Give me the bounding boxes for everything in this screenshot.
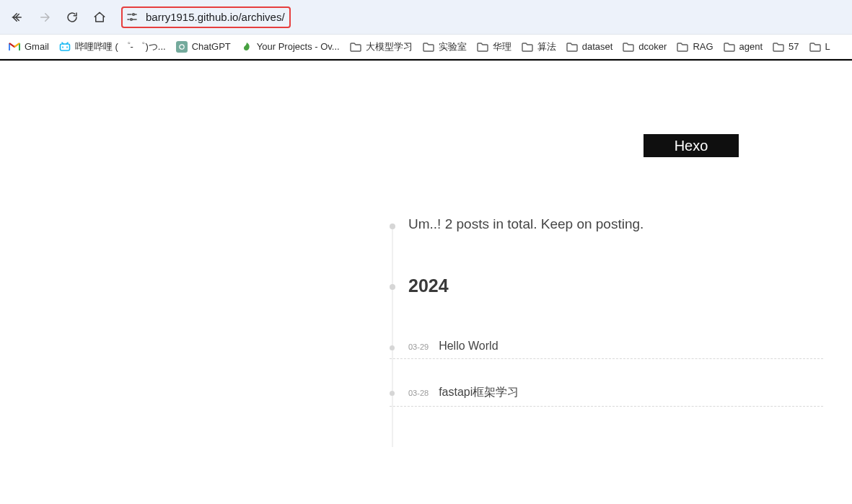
bookmark-label: 算法 [537, 40, 556, 53]
post-link[interactable]: fastapi框架学习 [439, 385, 519, 400]
browser-toolbar: barry1915.github.io/archives/ [0, 0, 852, 35]
post-item: 03-29 Hello World [390, 340, 823, 359]
bookmark-folder[interactable]: 57 [773, 41, 799, 53]
bookmark-bilibili[interactable]: 哔哩哔哩 ( ゜- ゜)つ... [59, 40, 166, 53]
svg-rect-3 [176, 41, 188, 53]
site-title-button[interactable]: Hexo [644, 134, 739, 157]
timeline-dot-icon [390, 391, 395, 396]
bookmark-folder[interactable]: 华理 [477, 40, 511, 53]
address-bar-container: barry1915.github.io/archives/ [121, 5, 845, 30]
bookmark-overleaf[interactable]: Your Projects - Ov... [241, 41, 340, 53]
overleaf-icon [241, 41, 252, 53]
timeline-dot-icon [390, 224, 395, 229]
address-highlight: barry1915.github.io/archives/ [121, 6, 291, 28]
gmail-icon [9, 41, 20, 53]
bookmark-label: RAG [693, 41, 713, 52]
address-text[interactable]: barry1915.github.io/archives/ [146, 11, 285, 23]
bookmark-label: dataset [582, 41, 613, 52]
folder-icon [477, 41, 488, 53]
archive-timeline: Um..! 2 posts in total. Keep on posting.… [390, 216, 823, 433]
timeline-line [392, 229, 393, 447]
back-button[interactable] [7, 7, 27, 27]
arrow-right-icon [38, 11, 51, 24]
bookmark-folder[interactable]: dcoker [623, 41, 667, 53]
bookmark-label: Your Projects - Ov... [257, 41, 340, 52]
post-item: 03-28 fastapi框架学习 [390, 385, 823, 407]
folder-icon [522, 41, 533, 53]
svg-point-0 [133, 13, 135, 15]
folder-icon [809, 41, 821, 53]
folder-icon [423, 41, 434, 53]
bookmarks-bar: Gmail 哔哩哔哩 ( ゜- ゜)つ... ChatGPT Your Proj… [0, 35, 852, 59]
post-link[interactable]: Hello World [439, 340, 498, 353]
page-separator [0, 59, 852, 61]
forward-button[interactable] [35, 7, 55, 27]
archive-summary: Um..! 2 posts in total. Keep on posting. [390, 216, 823, 232]
archive-summary-text: Um..! 2 posts in total. Keep on posting. [408, 216, 644, 231]
svg-rect-2 [60, 44, 69, 50]
bookmark-folder[interactable]: RAG [677, 41, 713, 53]
home-icon [93, 11, 106, 24]
bookmark-folder[interactable]: agent [724, 41, 763, 53]
bookmark-folder[interactable]: 算法 [522, 40, 556, 53]
bookmark-folder[interactable]: 大模型学习 [350, 40, 413, 53]
svg-point-1 [131, 18, 133, 20]
folder-icon [773, 41, 784, 53]
bookmark-folder[interactable]: dataset [566, 41, 613, 53]
post-date: 03-29 [408, 342, 429, 351]
bookmark-label: agent [739, 41, 763, 52]
folder-icon [350, 41, 361, 53]
folder-icon [724, 41, 735, 53]
home-button[interactable] [89, 7, 110, 27]
post-date: 03-28 [408, 389, 429, 397]
bookmark-label: 大模型学习 [366, 40, 413, 53]
site-controls-icon[interactable] [126, 11, 139, 24]
bookmark-label: 华理 [493, 40, 511, 53]
bilibili-icon [59, 41, 71, 53]
archive-year-label: 2024 [408, 275, 449, 296]
reload-icon [66, 11, 79, 24]
folder-icon [623, 41, 634, 53]
bookmark-folder[interactable]: L [809, 41, 830, 53]
folder-icon [566, 41, 578, 53]
archive-year: 2024 [390, 275, 823, 296]
bookmark-chatgpt[interactable]: ChatGPT [176, 41, 231, 53]
chatgpt-icon [176, 41, 188, 53]
reload-button[interactable] [62, 7, 82, 27]
bookmark-folder[interactable]: 实验室 [423, 40, 467, 53]
bookmark-label: dcoker [638, 41, 667, 52]
bookmark-label: 实验室 [439, 40, 467, 53]
bookmark-label: 哔哩哔哩 ( ゜- ゜)つ... [75, 40, 166, 53]
bookmark-label: ChatGPT [192, 41, 231, 52]
bookmark-label: L [825, 41, 830, 52]
timeline-dot-icon [390, 284, 395, 290]
bookmark-gmail[interactable]: Gmail [9, 41, 49, 53]
folder-icon [677, 41, 688, 53]
bookmark-label: 57 [789, 41, 799, 52]
timeline-dot-icon [390, 345, 395, 350]
arrow-left-icon [11, 11, 24, 24]
bookmark-label: Gmail [25, 41, 49, 52]
